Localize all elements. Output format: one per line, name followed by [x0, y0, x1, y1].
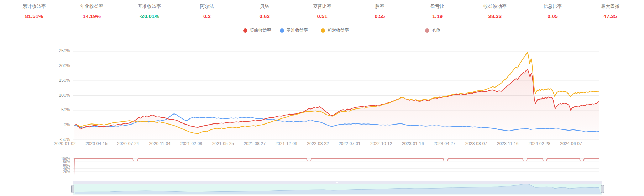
x-axis-label: 2021-05-25: [206, 141, 240, 146]
y-axis-label: 0%: [42, 122, 70, 127]
navigator-grip-icon[interactable]: [336, 182, 339, 183]
x-axis-label: 2021-08-27: [237, 141, 272, 146]
x-axis-label: 2023-11-16: [491, 141, 525, 146]
y-axis-label: 50%: [42, 107, 70, 112]
x-axis-label: 2020-07-24: [111, 141, 145, 146]
y-axis-label: 200%: [42, 63, 70, 68]
x-axis-label: 2022-03-22: [301, 141, 335, 146]
y-axis-label: 250%: [42, 48, 70, 53]
x-axis-label: 2021-02-08: [174, 141, 209, 146]
x-axis-label: 2020-01-02: [48, 141, 82, 146]
navigator-right-handle[interactable]: [601, 185, 604, 193]
position-line: [74, 159, 599, 175]
x-axis-label: 2024-02-28: [522, 141, 556, 146]
x-axis-label: 2023-01-16: [396, 141, 430, 146]
returns-chart-canvas[interactable]: [0, 0, 644, 196]
x-axis-label: 2022-10-12: [364, 141, 398, 146]
y-axis-label: 150%: [42, 78, 70, 83]
y-axis-label: 100%: [42, 93, 70, 98]
navigator-left-handle[interactable]: [71, 185, 74, 193]
navigator-area: [75, 184, 601, 194]
x-axis-label: 2023-08-07: [459, 141, 493, 146]
x-axis-label: 2023-04-27: [428, 141, 462, 146]
x-axis-label: 2020-11-04: [143, 141, 177, 146]
navigator-scrollbar[interactable]: [73, 181, 602, 184]
x-axis-label: 2021-12-09: [269, 141, 303, 146]
x-axis-label: 2022-07-01: [333, 141, 367, 146]
backtest-result-panel: 累计收益率81.51%年化收益率14.19%基准收益率-20.01%阿尔法0.2…: [0, 0, 644, 196]
x-axis-label: 2020-04-15: [79, 141, 114, 146]
position-y-axis-label: 20%: [42, 170, 70, 174]
x-axis-label: 2024-06-07: [554, 141, 588, 146]
